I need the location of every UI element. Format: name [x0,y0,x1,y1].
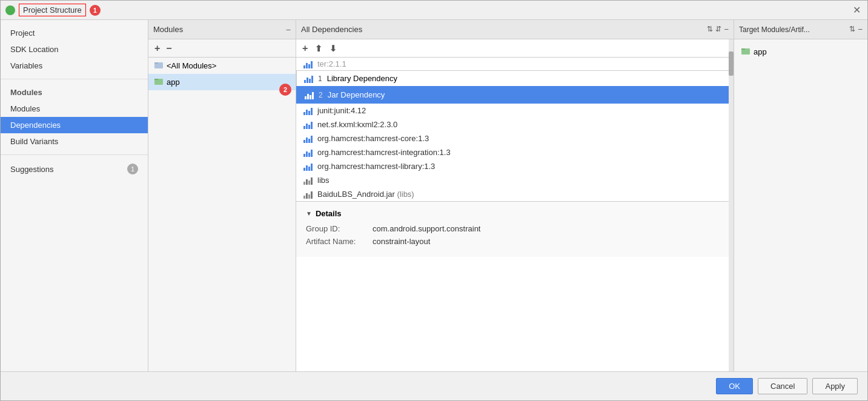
deps-header-title: All Dependencies [301,25,362,34]
target-collapse-btn[interactable]: − [858,25,863,34]
sidebar-nav: Project SDK Location Variables Modules M… [1,20,148,371]
bottom-bar: OK Cancel Apply [1,371,867,400]
dep-hamcrest-integration-label: org.hamcrest:hamcrest-integration:1.3 [317,148,451,157]
dep-num-1: 1 [318,75,322,83]
target-app-item[interactable]: app [739,44,863,59]
ok-button[interactable]: OK [716,378,753,394]
deps-toolbar: + ⬆ ⬇ [296,39,734,58]
deps-collapse-btn[interactable]: − [724,25,729,34]
dep-num-2: 2 [319,91,323,99]
target-folder-icon [741,47,750,57]
target-content: app [734,39,867,371]
sidebar-section-modules: Modules [1,84,148,101]
sidebar-item-variables[interactable]: Variables [1,58,148,74]
dep-hamcrest-library-label: org.hamcrest:hamcrest-library:1.3 [317,162,435,171]
dep-bar-hamcrest-library [303,162,313,171]
artifact-name-label: Artifact Name: [306,237,373,246]
dep-item-baidu[interactable]: BaiduLBS_Android.jar (libs) [296,187,734,201]
deps-panel: All Dependencies ⇅ ⇵ − + ⬆ ⬇ ter:2.1.1 [296,20,734,371]
dep-partial-top: ter:2.1.1 [296,58,734,70]
sidebar-divider-1 [1,79,148,79]
group-id-label: Group ID: [306,224,373,233]
deps-sort-icon[interactable]: ⇅ [707,25,713,34]
folder-icon-all [154,61,163,71]
dep-junit-label: junit:junit:4.12 [317,106,366,115]
deps-group-icon[interactable]: ⇵ [715,25,721,34]
dep-item-hamcrest-core[interactable]: org.hamcrest:hamcrest-core:1.3 [296,131,734,145]
modules-panel-title: Modules [153,25,183,34]
deps-content-area: ter:2.1.1 1 Library Dependency [296,58,734,201]
dep-kxml-label: net.sf.kxml:kxml2:2.3.0 [317,120,397,129]
deps-scrollbar[interactable] [729,39,734,371]
target-header-controls: ⇅ − [849,25,863,34]
library-dep-label: Library Dependency [327,74,397,83]
modules-add-btn[interactable]: + [153,44,161,53]
dep-item-hamcrest-library[interactable]: org.hamcrest:hamcrest-library:1.3 [296,159,734,173]
jar-dep-label: Jar Dependency [328,90,385,99]
module-all-modules-label: <All Modules> [167,61,216,70]
library-dep-icon [304,75,313,83]
module-item-app[interactable]: app [148,74,296,90]
apply-button[interactable]: Apply [812,378,858,394]
sidebar-item-suggestions[interactable]: Suggestions 1 [1,160,148,178]
deps-header: All Dependencies ⇅ ⇵ − [296,20,734,39]
sidebar-item-project[interactable]: Project [1,25,148,41]
cancel-button[interactable]: Cancel [758,378,807,394]
main-content: Project SDK Location Variables Modules M… [1,20,867,371]
step-badge-2: 2 [279,84,291,96]
dep-partial-label: ter:2.1.1 [317,59,346,68]
dep-item-hamcrest-integration[interactable]: org.hamcrest:hamcrest-integration:1.3 [296,145,734,159]
sidebar-item-modules[interactable]: Modules [1,101,148,117]
deps-scrollbar-thumb[interactable] [729,51,734,76]
sidebar-item-sdk-location[interactable]: SDK Location [1,41,148,58]
dep-item-kxml[interactable]: net.sf.kxml:kxml2:2.3.0 [296,118,734,131]
title-bar: Project Structure 1 ✕ [1,1,867,20]
dropdown-library-dep[interactable]: 1 Library Dependency [296,70,734,86]
dropdown-container: 1 Library Dependency 2 Jar Dependency [296,70,734,104]
svg-rect-3 [154,79,158,80]
dep-jar-baidu-icon [303,190,313,199]
sidebar-item-dependencies[interactable]: Dependencies [1,117,148,133]
dep-bar-hamcrest-core [303,134,313,143]
dep-baidu-label: BaiduLBS_Android.jar (libs) [317,190,414,199]
target-panel-header: Target Modules/Artif... ⇅ − [734,20,867,39]
dep-bar-junit [303,107,313,115]
details-row-group-id: Group ID: com.android.support.constraint [306,224,724,233]
modules-remove-btn[interactable]: − [165,44,173,53]
modules-panel-collapse[interactable]: − [286,25,291,35]
target-app-label: app [754,47,767,56]
target-panel-title: Target Modules/Artif... [739,25,810,34]
modules-toolbar: + − [148,39,296,58]
window-title: Project Structure [19,4,86,16]
dep-item-libs[interactable]: libs [296,173,734,187]
dep-bar-kxml [303,121,313,129]
deps-down-btn[interactable]: ⬇ [328,44,338,53]
folder-icon-app [154,77,163,87]
dep-item-junit[interactable]: junit:junit:4.12 [296,104,734,118]
sidebar-divider-2 [1,154,148,155]
dep-bar-hamcrest-integration [303,148,313,157]
sidebar-item-build-variants[interactable]: Build Variants [1,133,148,150]
jar-dep-icon [305,91,314,99]
dropdown-jar-dep[interactable]: 2 Jar Dependency [296,86,734,104]
group-id-value: com.android.support.constraint [373,224,480,233]
svg-rect-1 [154,62,158,64]
dep-jar-libs-icon [303,176,313,185]
details-header[interactable]: ▼ Details [306,209,724,218]
details-triangle-icon: ▼ [306,210,312,217]
close-button[interactable]: ✕ [850,4,863,16]
details-row-artifact-name: Artifact Name: constraint-layout [306,237,724,246]
module-item-all[interactable]: <All Modules> [148,58,296,74]
app-icon [5,5,15,15]
dep-bar-icon-partial [303,60,313,68]
deps-add-btn[interactable]: + [301,44,309,53]
modules-list: <All Modules> app [148,58,296,371]
svg-rect-5 [741,48,745,50]
deps-up-btn[interactable]: ⬆ [314,44,323,53]
suggestions-badge: 1 [127,164,138,174]
details-title: Details [316,209,342,218]
project-structure-window: Project Structure 1 ✕ Project SDK Locati… [0,0,868,401]
modules-panel-header: Modules − [148,20,296,39]
dep-hamcrest-core-label: org.hamcrest:hamcrest-core:1.3 [317,134,429,143]
target-sort-icon[interactable]: ⇅ [849,25,855,34]
